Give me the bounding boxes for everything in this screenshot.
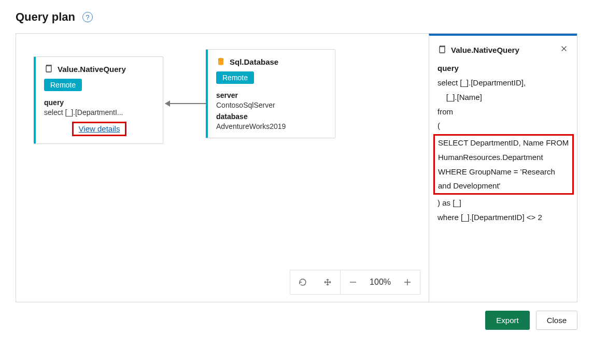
fit-view-button[interactable]: [315, 270, 340, 294]
dialog-footer: Export Close: [16, 311, 577, 330]
flow-arrow: [165, 103, 206, 104]
workspace: Value.NativeQuery Remote query select [_…: [16, 33, 577, 302]
help-icon[interactable]: ?: [82, 12, 93, 22]
server-label: server: [216, 91, 327, 99]
close-button[interactable]: Close: [536, 311, 577, 330]
native-query-icon: [437, 45, 447, 54]
dialog-header: Query plan ?: [16, 10, 577, 24]
node-value-nativequery[interactable]: Value.NativeQuery Remote query select [_…: [34, 56, 163, 144]
node-title: Sql.Database: [230, 57, 278, 66]
view-details-link[interactable]: View details: [79, 124, 120, 133]
server-value: ContosoSqlServer: [216, 101, 327, 109]
zoom-out-button[interactable]: [341, 270, 365, 294]
query-label: query: [44, 98, 154, 107]
svg-rect-0: [46, 66, 51, 72]
details-query-text: select [_].[DepartmentID], [_].[Name] fr…: [437, 76, 570, 225]
query-post: ) as [_] where [_].[DepartmentID] <> 2: [437, 196, 570, 225]
query-pre: select [_].[DepartmentID], [_].[Name] fr…: [437, 76, 570, 133]
node-sql-database[interactable]: Sql.Database Remote server ContosoSqlSer…: [206, 49, 335, 138]
zoom-level: 100%: [365, 270, 395, 294]
database-label: database: [216, 112, 327, 121]
view-details-highlight: View details: [72, 122, 127, 136]
node-title: Value.NativeQuery: [58, 65, 126, 74]
remote-badge: Remote: [44, 79, 82, 91]
query-highlight: SELECT DepartmentID, Name FROM HumanReso…: [433, 134, 574, 195]
remote-badge: Remote: [216, 71, 254, 84]
details-panel: Value.NativeQuery query select [_].[Depa…: [429, 34, 577, 302]
details-title: Value.NativeQuery: [437, 45, 519, 54]
database-icon: [216, 57, 225, 66]
export-button[interactable]: Export: [485, 311, 529, 330]
node-header: Sql.Database: [216, 57, 327, 66]
native-query-icon: [44, 64, 53, 74]
query-plan-canvas[interactable]: Value.NativeQuery Remote query select [_…: [16, 34, 429, 302]
node-header: Value.NativeQuery: [44, 64, 154, 74]
close-icon[interactable]: [560, 45, 570, 54]
database-value: AdventureWorks2019: [216, 122, 327, 130]
details-query-label: query: [437, 64, 570, 72]
reset-view-button[interactable]: [290, 270, 315, 294]
query-preview: select [_].[DepartmentI...: [44, 108, 154, 117]
zoom-controls: 100%: [290, 270, 420, 295]
page-title: Query plan: [16, 10, 75, 24]
svg-rect-3: [440, 47, 445, 53]
zoom-in-button[interactable]: [395, 270, 420, 294]
